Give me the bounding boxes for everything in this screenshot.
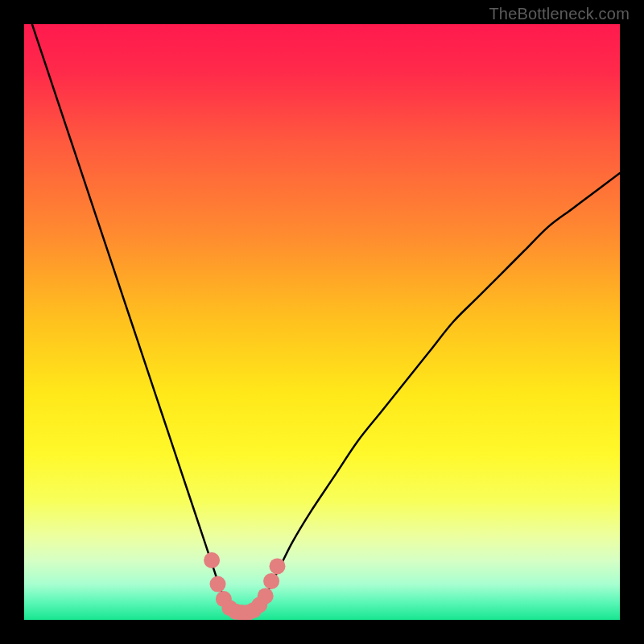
valley-point	[263, 573, 279, 589]
valley-point	[258, 588, 274, 604]
gradient-background	[24, 24, 620, 620]
chart-plot-area	[24, 24, 620, 620]
valley-point	[204, 552, 220, 568]
chart-frame: TheBottleneck.com	[0, 0, 644, 644]
watermark-label: TheBottleneck.com	[489, 5, 630, 23]
valley-point	[270, 558, 286, 574]
chart-svg	[24, 24, 620, 620]
valley-point	[210, 576, 226, 592]
